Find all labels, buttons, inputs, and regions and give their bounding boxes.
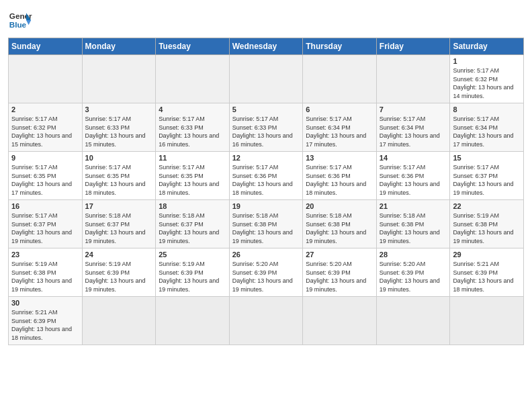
calendar-week-1: 1Sunrise: 5:17 AMSunset: 6:32 PMDaylight… — [9, 55, 524, 103]
day-number: 6 — [306, 105, 373, 113]
day-number: 19 — [232, 202, 300, 210]
calendar-cell: 12Sunrise: 5:17 AMSunset: 6:36 PMDayligh… — [229, 152, 303, 200]
day-number: 15 — [453, 154, 521, 162]
day-number: 27 — [306, 250, 373, 259]
svg-text:Blue: Blue — [9, 20, 27, 29]
day-info: Sunrise: 5:20 AMSunset: 6:39 PMDaylight:… — [306, 260, 373, 293]
calendar-cell: 14Sunrise: 5:17 AMSunset: 6:36 PMDayligh… — [376, 152, 450, 200]
day-info: Sunrise: 5:19 AMSunset: 6:38 PMDaylight:… — [11, 260, 79, 293]
day-number: 13 — [306, 154, 373, 162]
day-info: Sunrise: 5:19 AMSunset: 6:39 PMDaylight:… — [159, 260, 226, 293]
day-number: 17 — [85, 202, 153, 210]
day-number: 20 — [306, 202, 373, 210]
calendar-cell — [376, 55, 450, 103]
calendar-cell: 10Sunrise: 5:17 AMSunset: 6:35 PMDayligh… — [82, 152, 156, 200]
day-number: 4 — [159, 105, 226, 113]
calendar-cell: 1Sunrise: 5:17 AMSunset: 6:32 PMDaylight… — [450, 55, 524, 103]
calendar-cell — [156, 55, 230, 103]
day-info: Sunrise: 5:18 AMSunset: 6:38 PMDaylight:… — [306, 212, 373, 245]
day-number: 12 — [232, 154, 300, 162]
day-number: 25 — [159, 250, 226, 259]
calendar-cell — [156, 297, 230, 345]
day-number: 8 — [453, 105, 521, 113]
day-info: Sunrise: 5:17 AMSunset: 6:36 PMDaylight:… — [306, 163, 373, 197]
day-info: Sunrise: 5:20 AMSunset: 6:39 PMDaylight:… — [380, 260, 447, 293]
day-number: 14 — [380, 154, 447, 162]
day-info: Sunrise: 5:17 AMSunset: 6:32 PMDaylight:… — [453, 66, 521, 100]
day-info: Sunrise: 5:17 AMSunset: 6:33 PMDaylight:… — [232, 115, 300, 148]
svg-marker-3 — [26, 20, 31, 25]
calendar-cell — [450, 297, 524, 345]
calendar-cell: 30Sunrise: 5:21 AMSunset: 6:39 PMDayligh… — [9, 297, 83, 345]
day-info: Sunrise: 5:17 AMSunset: 6:37 PMDaylight:… — [11, 212, 79, 245]
logo-icon: General Blue — [8, 8, 32, 32]
weekday-header-friday: Friday — [376, 38, 450, 55]
day-info: Sunrise: 5:17 AMSunset: 6:32 PMDaylight:… — [11, 115, 79, 148]
day-number: 3 — [85, 105, 153, 113]
calendar-cell: 20Sunrise: 5:18 AMSunset: 6:38 PMDayligh… — [303, 200, 377, 248]
day-info: Sunrise: 5:17 AMSunset: 6:35 PMDaylight:… — [159, 163, 226, 197]
weekday-header-tuesday: Tuesday — [156, 38, 230, 55]
day-info: Sunrise: 5:21 AMSunset: 6:39 PMDaylight:… — [11, 308, 79, 342]
logo: General Blue — [8, 8, 32, 32]
calendar-cell: 24Sunrise: 5:19 AMSunset: 6:39 PMDayligh… — [82, 248, 156, 297]
day-info: Sunrise: 5:19 AMSunset: 6:39 PMDaylight:… — [85, 260, 153, 293]
day-info: Sunrise: 5:19 AMSunset: 6:38 PMDaylight:… — [453, 212, 521, 245]
calendar-cell: 9Sunrise: 5:17 AMSunset: 6:35 PMDaylight… — [9, 152, 83, 200]
day-info: Sunrise: 5:17 AMSunset: 6:34 PMDaylight:… — [453, 115, 521, 148]
weekday-header-monday: Monday — [82, 38, 156, 55]
calendar-cell: 27Sunrise: 5:20 AMSunset: 6:39 PMDayligh… — [303, 248, 377, 297]
calendar-week-6: 30Sunrise: 5:21 AMSunset: 6:39 PMDayligh… — [9, 297, 524, 345]
calendar-cell: 5Sunrise: 5:17 AMSunset: 6:33 PMDaylight… — [229, 103, 303, 152]
calendar-cell: 25Sunrise: 5:19 AMSunset: 6:39 PMDayligh… — [156, 248, 230, 297]
day-number: 1 — [453, 57, 521, 65]
calendar-cell: 7Sunrise: 5:17 AMSunset: 6:34 PMDaylight… — [376, 103, 450, 152]
calendar-cell: 13Sunrise: 5:17 AMSunset: 6:36 PMDayligh… — [303, 152, 377, 200]
day-number: 28 — [380, 250, 447, 259]
calendar-cell: 22Sunrise: 5:19 AMSunset: 6:38 PMDayligh… — [450, 200, 524, 248]
calendar-cell: 28Sunrise: 5:20 AMSunset: 6:39 PMDayligh… — [376, 248, 450, 297]
day-number: 24 — [85, 250, 153, 259]
calendar-cell: 17Sunrise: 5:18 AMSunset: 6:37 PMDayligh… — [82, 200, 156, 248]
calendar-cell: 29Sunrise: 5:21 AMSunset: 6:39 PMDayligh… — [450, 248, 524, 297]
day-number: 18 — [159, 202, 226, 210]
day-info: Sunrise: 5:17 AMSunset: 6:34 PMDaylight:… — [380, 115, 447, 148]
calendar-cell: 16Sunrise: 5:17 AMSunset: 6:37 PMDayligh… — [9, 200, 83, 248]
day-number: 2 — [11, 105, 79, 113]
day-number: 9 — [11, 154, 79, 162]
calendar-cell: 26Sunrise: 5:20 AMSunset: 6:39 PMDayligh… — [229, 248, 303, 297]
day-info: Sunrise: 5:18 AMSunset: 6:37 PMDaylight:… — [85, 212, 153, 245]
day-number: 10 — [85, 154, 153, 162]
day-info: Sunrise: 5:20 AMSunset: 6:39 PMDaylight:… — [232, 260, 300, 293]
day-number: 26 — [232, 250, 300, 259]
weekday-header-wednesday: Wednesday — [229, 38, 303, 55]
calendar-cell: 3Sunrise: 5:17 AMSunset: 6:33 PMDaylight… — [82, 103, 156, 152]
day-info: Sunrise: 5:17 AMSunset: 6:36 PMDaylight:… — [232, 163, 300, 197]
calendar-week-3: 9Sunrise: 5:17 AMSunset: 6:35 PMDaylight… — [9, 152, 524, 200]
day-number: 21 — [380, 202, 447, 210]
day-number: 7 — [380, 105, 447, 113]
calendar-cell: 15Sunrise: 5:17 AMSunset: 6:37 PMDayligh… — [450, 152, 524, 200]
calendar-cell: 23Sunrise: 5:19 AMSunset: 6:38 PMDayligh… — [9, 248, 83, 297]
day-number: 22 — [453, 202, 521, 210]
calendar-cell: 21Sunrise: 5:18 AMSunset: 6:38 PMDayligh… — [376, 200, 450, 248]
day-number: 29 — [453, 250, 521, 259]
calendar-cell: 11Sunrise: 5:17 AMSunset: 6:35 PMDayligh… — [156, 152, 230, 200]
calendar-cell — [82, 297, 156, 345]
weekday-header-sunday: Sunday — [9, 38, 83, 55]
day-number: 11 — [159, 154, 226, 162]
weekday-header-saturday: Saturday — [450, 38, 524, 55]
day-info: Sunrise: 5:17 AMSunset: 6:35 PMDaylight:… — [11, 163, 79, 197]
calendar-cell: 8Sunrise: 5:17 AMSunset: 6:34 PMDaylight… — [450, 103, 524, 152]
calendar-cell — [229, 297, 303, 345]
calendar-cell: 6Sunrise: 5:17 AMSunset: 6:34 PMDaylight… — [303, 103, 377, 152]
day-info: Sunrise: 5:18 AMSunset: 6:38 PMDaylight:… — [380, 212, 447, 245]
calendar-cell — [9, 55, 83, 103]
day-info: Sunrise: 5:21 AMSunset: 6:39 PMDaylight:… — [453, 260, 521, 293]
calendar-cell: 18Sunrise: 5:18 AMSunset: 6:37 PMDayligh… — [156, 200, 230, 248]
day-number: 5 — [232, 105, 300, 113]
calendar-cell — [303, 55, 377, 103]
weekday-header-row: SundayMondayTuesdayWednesdayThursdayFrid… — [9, 38, 524, 55]
day-number: 16 — [11, 202, 79, 210]
calendar-cell: 2Sunrise: 5:17 AMSunset: 6:32 PMDaylight… — [9, 103, 83, 152]
